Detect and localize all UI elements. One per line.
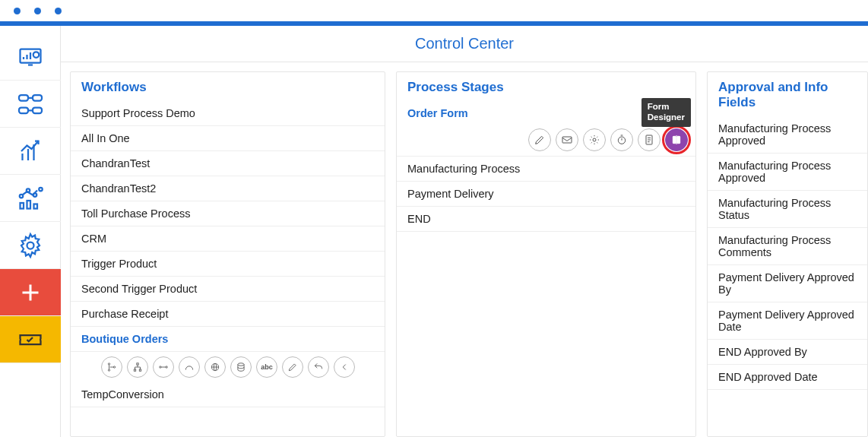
- workflows-panel: Workflows Support Process DemoAll In One…: [70, 71, 385, 437]
- undo-icon[interactable]: [308, 356, 329, 378]
- workflow-item[interactable]: Support Process Demo: [71, 101, 385, 126]
- svg-rect-19: [33, 204, 37, 208]
- hierarchy-icon[interactable]: [127, 356, 148, 378]
- window-dot: [34, 8, 41, 14]
- field-item[interactable]: END Approved By: [708, 340, 867, 365]
- field-item[interactable]: Manufacturing Process Comments: [708, 228, 867, 265]
- sidebar: [0, 26, 61, 437]
- svg-point-35: [238, 363, 244, 366]
- svg-rect-36: [562, 137, 572, 143]
- connector-icon[interactable]: [153, 356, 174, 378]
- svg-rect-8: [19, 107, 28, 113]
- arc-icon[interactable]: [179, 356, 200, 378]
- workflow-item[interactable]: Toll Purchase Process: [71, 201, 385, 226]
- stack-icon[interactable]: [230, 356, 252, 378]
- stage-item[interactable]: Manufacturing Process: [397, 157, 695, 182]
- back-icon[interactable]: [334, 356, 355, 378]
- svg-point-37: [593, 138, 596, 141]
- stages-panel-title: Process Stages: [397, 72, 695, 101]
- workflow-item[interactable]: TempConversion: [71, 382, 385, 407]
- svg-rect-9: [33, 107, 42, 113]
- sidebar-item-ticket[interactable]: [0, 316, 61, 363]
- edit-button[interactable]: [528, 128, 551, 151]
- workflow-item[interactable]: ChandranTest: [71, 151, 385, 176]
- stage-toolbar: [528, 128, 688, 151]
- field-item[interactable]: Manufacturing Process Approved: [708, 154, 867, 191]
- window-dot: [55, 8, 62, 14]
- field-item[interactable]: Payment Delivery Approved By: [708, 265, 867, 302]
- field-item[interactable]: Manufacturing Process Status: [708, 191, 867, 228]
- svg-rect-18: [27, 201, 30, 209]
- mail-button[interactable]: [556, 128, 578, 151]
- form-designer-tooltip: FormDesigner: [641, 98, 691, 127]
- fields-panel: Approval and Info Fields Manufacturing P…: [707, 71, 868, 437]
- timer-button[interactable]: [610, 128, 633, 151]
- settings-button[interactable]: [583, 128, 606, 151]
- workflow-toolbar: abc: [71, 352, 385, 382]
- edit-icon[interactable]: [282, 356, 303, 378]
- sidebar-item-analytics[interactable]: [0, 128, 61, 175]
- svg-rect-7: [33, 95, 42, 101]
- svg-rect-45: [673, 136, 676, 143]
- globe-icon[interactable]: [204, 356, 226, 378]
- form-button[interactable]: [638, 128, 661, 151]
- stages-panel: Process Stages Order FormFormDesignerMan…: [396, 71, 696, 437]
- window-titlebar: [0, 0, 868, 21]
- workflow-item[interactable]: CRM: [71, 226, 385, 252]
- field-item[interactable]: Payment Delivery Approved Date: [708, 302, 867, 340]
- svg-rect-26: [137, 363, 138, 365]
- svg-point-30: [166, 366, 167, 368]
- workflow-item[interactable]: ChandranTest2: [71, 176, 385, 201]
- sidebar-item-metrics[interactable]: [0, 175, 61, 222]
- svg-point-29: [160, 366, 161, 368]
- svg-point-16: [39, 187, 43, 191]
- stage-item[interactable]: Order FormFormDesigner: [397, 101, 695, 157]
- workflow-item[interactable]: Boutique Orders: [71, 327, 385, 352]
- fields-panel-title: Approval and Info Fields: [708, 72, 867, 116]
- field-item[interactable]: END Approved Date: [708, 365, 867, 390]
- svg-point-25: [113, 366, 115, 368]
- svg-point-23: [108, 363, 109, 365]
- svg-rect-17: [20, 203, 24, 209]
- svg-rect-6: [19, 95, 28, 101]
- workflow-item[interactable]: Trigger Product: [71, 252, 385, 277]
- stage-item[interactable]: END: [397, 207, 695, 232]
- workflow-item[interactable]: Second Trigger Product: [71, 277, 385, 302]
- branch-icon[interactable]: [101, 356, 122, 378]
- workflow-item[interactable]: Purchase Receipt: [71, 302, 385, 327]
- field-item[interactable]: Manufacturing Process Approved: [708, 116, 867, 154]
- window-dot: [14, 8, 21, 14]
- sidebar-item-add[interactable]: [0, 269, 61, 316]
- svg-point-20: [27, 242, 33, 249]
- stage-item[interactable]: Payment Delivery: [397, 182, 695, 207]
- abc-icon[interactable]: abc: [256, 356, 277, 378]
- workflows-panel-title: Workflows: [71, 72, 385, 101]
- svg-point-24: [108, 369, 109, 371]
- svg-point-4: [33, 52, 39, 58]
- svg-rect-28: [139, 369, 141, 371]
- form-designer-button[interactable]: [665, 128, 688, 151]
- sidebar-item-workflows[interactable]: [0, 81, 61, 128]
- svg-rect-27: [134, 369, 135, 371]
- sidebar-item-settings[interactable]: [0, 222, 61, 269]
- svg-rect-46: [677, 136, 680, 143]
- page-title: Control Center: [61, 26, 868, 62]
- workflow-item[interactable]: All In One: [71, 126, 385, 151]
- sidebar-item-dashboard[interactable]: [0, 33, 61, 81]
